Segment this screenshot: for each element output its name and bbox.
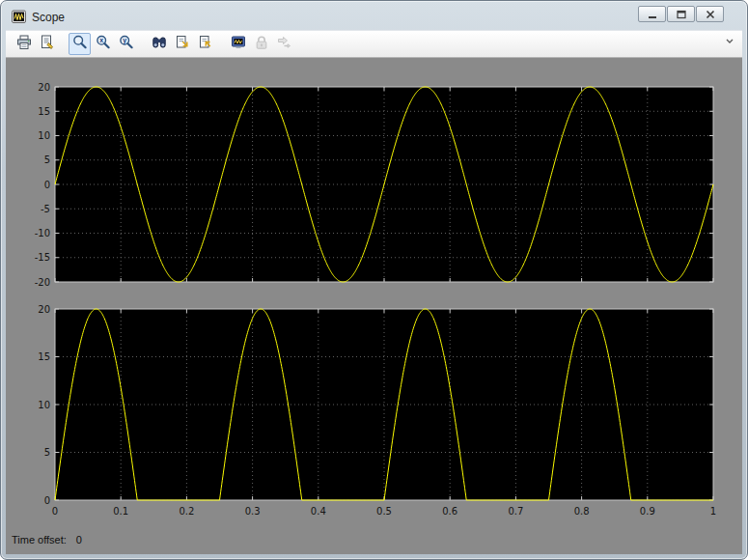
- svg-text:5: 5: [44, 447, 50, 458]
- printer-icon: [15, 34, 33, 55]
- svg-text:-10: -10: [35, 228, 50, 238]
- toolbar-group: [148, 33, 217, 55]
- svg-text:10: 10: [38, 400, 50, 410]
- titlebar: Scope: [7, 5, 741, 29]
- svg-text:0.7: 0.7: [508, 506, 523, 517]
- svg-text:20: 20: [38, 82, 50, 93]
- svg-text:20: 20: [38, 304, 50, 315]
- status-bar: Time offset:0: [12, 534, 82, 546]
- svg-text:1: 1: [710, 506, 716, 517]
- svg-text:0.6: 0.6: [442, 506, 457, 517]
- toolbar-group: [13, 33, 59, 55]
- zoom-icon: [71, 34, 89, 55]
- window-controls: [638, 6, 724, 22]
- svg-text:x: x: [99, 37, 103, 43]
- close-button[interactable]: [696, 6, 724, 22]
- svg-text:-20: -20: [35, 277, 50, 288]
- restore-axes-icon: [197, 34, 214, 55]
- svg-text:0: 0: [44, 180, 50, 190]
- toolbar-group: xy: [69, 33, 138, 55]
- signal-selection-button: [273, 33, 295, 55]
- close-icon: [705, 6, 716, 23]
- svg-text:0.4: 0.4: [311, 506, 326, 517]
- svg-text:0.1: 0.1: [113, 506, 128, 517]
- time-offset-value: 0: [76, 534, 82, 546]
- zoom-x-button[interactable]: x: [92, 33, 114, 55]
- minimize-icon: [647, 6, 658, 23]
- svg-text:0.8: 0.8: [574, 506, 590, 517]
- svg-text:0: 0: [44, 495, 50, 506]
- restore-axes-button[interactable]: [194, 33, 216, 55]
- lock-axes-button: [250, 33, 272, 55]
- save-axes-icon: [174, 34, 191, 55]
- scope-figure-area: -20-15-10-505101520 0510152000.10.20.30.…: [6, 58, 742, 554]
- time-offset-label: Time offset:: [12, 534, 67, 546]
- print-button[interactable]: [13, 33, 35, 55]
- floating-scope-button[interactable]: [227, 33, 249, 55]
- parameters-button[interactable]: [36, 33, 58, 55]
- signal-selection-icon: [276, 34, 293, 55]
- zoom-x-icon: x: [95, 34, 112, 55]
- scope-window: Scope xy -20-15-10-505101520 0510152000.…: [0, 0, 748, 560]
- toolbar-group: [227, 33, 296, 55]
- lock-icon: [253, 34, 270, 55]
- svg-text:0.3: 0.3: [245, 506, 261, 517]
- binoculars-icon: [151, 34, 168, 55]
- scope-plot-bottom[interactable]: 0510152000.10.20.30.40.50.60.70.80.91: [12, 304, 717, 525]
- svg-text:-5: -5: [41, 204, 50, 214]
- save-axes-button[interactable]: [171, 33, 193, 55]
- svg-text:0.9: 0.9: [640, 506, 655, 517]
- svg-text:y: y: [123, 37, 126, 44]
- scope-app-icon: [12, 10, 26, 24]
- svg-text:15: 15: [38, 351, 50, 362]
- autoscale-button[interactable]: [148, 33, 170, 55]
- parameters-icon: [39, 34, 56, 55]
- svg-text:5: 5: [44, 154, 50, 165]
- window-title: Scope: [32, 11, 65, 24]
- zoom-y-icon: y: [118, 34, 135, 55]
- svg-text:0.2: 0.2: [179, 506, 194, 517]
- svg-text:15: 15: [38, 106, 50, 117]
- toolbar: xy: [6, 30, 742, 58]
- zoom-button[interactable]: [69, 33, 91, 55]
- minimize-button[interactable]: [638, 6, 666, 22]
- maximize-button[interactable]: [667, 6, 695, 22]
- maximize-icon: [676, 6, 687, 23]
- svg-text:-15: -15: [35, 252, 50, 263]
- svg-text:0: 0: [52, 506, 58, 517]
- svg-text:0.5: 0.5: [376, 506, 392, 517]
- scope-plot-top[interactable]: -20-15-10-505101520: [12, 82, 717, 287]
- toolbar-groups: xy: [13, 33, 306, 55]
- zoom-y-button[interactable]: y: [115, 33, 137, 55]
- svg-text:10: 10: [38, 130, 50, 141]
- floating-scope-icon: [230, 34, 247, 55]
- chevron-down-icon[interactable]: [725, 33, 734, 50]
